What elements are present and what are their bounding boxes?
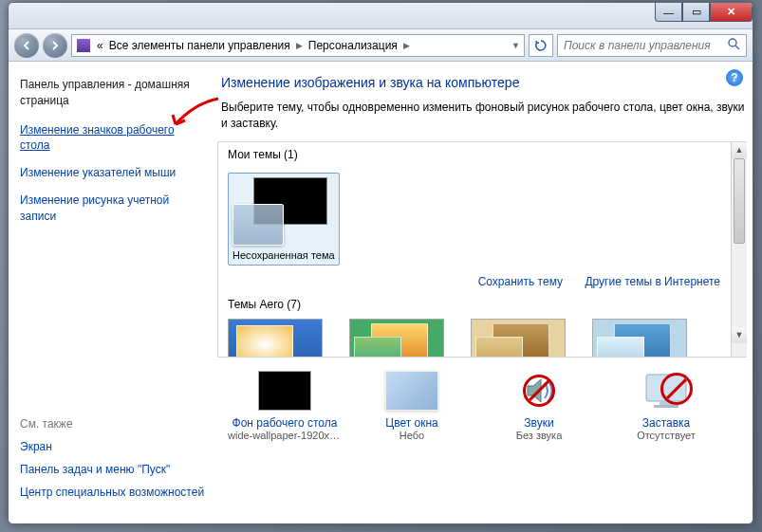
page-title: Изменение изображения и звука на компьют… bbox=[217, 75, 747, 90]
save-theme-link[interactable]: Сохранить тему bbox=[478, 275, 563, 288]
minimize-button[interactable]: — bbox=[655, 3, 682, 22]
window-color-icon bbox=[385, 371, 438, 411]
titlebar: — ▭ ✕ bbox=[9, 3, 753, 29]
help-icon[interactable]: ? bbox=[726, 69, 743, 86]
aero-themes-header: Темы Aero (7) bbox=[218, 292, 747, 317]
personalization-window: — ▭ ✕ « Все элементы панели управления ▶… bbox=[8, 2, 753, 524]
sidebar-link-desktop-icons[interactable]: Изменение значков рабочего стола bbox=[20, 122, 206, 155]
aero-theme-4[interactable] bbox=[592, 319, 687, 358]
search-icon[interactable] bbox=[727, 37, 740, 53]
sidebar-link-ease-of-access[interactable]: Центр специальных возможностей bbox=[20, 486, 206, 499]
navbar: « Все элементы панели управления ▶ Персо… bbox=[9, 29, 753, 62]
svg-rect-4 bbox=[654, 405, 678, 408]
chevron-right-icon: ▶ bbox=[296, 41, 303, 50]
window-color-setting[interactable]: Цвет окна Небо bbox=[355, 371, 469, 441]
forward-button[interactable] bbox=[43, 33, 67, 58]
see-also-label: См. также bbox=[20, 417, 206, 431]
theme-preview bbox=[232, 177, 327, 246]
aero-theme-1[interactable] bbox=[228, 319, 323, 358]
aero-theme-3[interactable] bbox=[471, 319, 566, 358]
refresh-button[interactable] bbox=[529, 34, 553, 57]
sidebar-link-taskbar[interactable]: Панель задач и меню "Пуск" bbox=[20, 463, 206, 476]
aero-theme-2[interactable] bbox=[349, 319, 444, 358]
control-panel-icon bbox=[76, 38, 91, 53]
wallpaper-icon bbox=[258, 371, 311, 411]
svg-point-0 bbox=[729, 39, 736, 46]
svg-line-1 bbox=[735, 46, 739, 49]
breadcrumb-item[interactable]: Персонализация bbox=[308, 39, 398, 52]
control-panel-home-link[interactable]: Панель управления - домашняя страница bbox=[20, 77, 206, 109]
maximize-button[interactable]: ▭ bbox=[682, 3, 710, 22]
main-content: ? Изменение изображения и звука на компь… bbox=[217, 62, 753, 523]
scroll-thumb[interactable] bbox=[734, 158, 745, 244]
scroll-down-button[interactable]: ▼ bbox=[732, 327, 747, 343]
my-themes-header: Мои темы (1) bbox=[218, 142, 747, 167]
sidebar-link-display[interactable]: Экран bbox=[20, 440, 206, 453]
speaker-icon bbox=[512, 371, 566, 411]
search-box[interactable] bbox=[557, 34, 747, 57]
page-description: Выберите тему, чтобы одновременно измени… bbox=[217, 100, 747, 132]
close-button[interactable]: ✕ bbox=[710, 3, 753, 22]
desktop-background-setting[interactable]: Фон рабочего стола wide-wallpaper-1920x1… bbox=[228, 371, 342, 441]
breadcrumb-item[interactable]: Все элементы панели управления bbox=[109, 39, 290, 52]
chevron-right-icon: ▶ bbox=[403, 41, 410, 50]
themes-panel: Мои темы (1) Несохраненная тема Сохранит… bbox=[217, 141, 747, 358]
screensaver-setting[interactable]: Заставка Отсутствует bbox=[609, 371, 723, 441]
back-button[interactable] bbox=[14, 33, 39, 58]
theme-item-unsaved[interactable]: Несохраненная тема bbox=[228, 173, 340, 266]
settings-row: Фон рабочего стола wide-wallpaper-1920x1… bbox=[217, 358, 747, 441]
chevron-down-icon[interactable]: ▼ bbox=[511, 41, 520, 50]
scrollbar[interactable]: ▲ ▼ bbox=[731, 142, 747, 357]
sidebar-link-account-picture[interactable]: Изменение рисунка учетной записи bbox=[20, 193, 206, 225]
sounds-setting[interactable]: Звуки Без звука bbox=[482, 371, 596, 441]
breadcrumb[interactable]: « Все элементы панели управления ▶ Персо… bbox=[71, 34, 525, 57]
theme-label: Несохраненная тема bbox=[232, 249, 335, 261]
scroll-up-button[interactable]: ▲ bbox=[732, 142, 747, 158]
search-input[interactable] bbox=[564, 39, 727, 52]
online-themes-link[interactable]: Другие темы в Интернете bbox=[585, 275, 720, 288]
breadcrumb-prefix: « bbox=[97, 39, 103, 52]
screensaver-icon bbox=[640, 371, 693, 411]
sidebar-link-mouse-pointers[interactable]: Изменение указателей мыши bbox=[20, 165, 206, 181]
sidebar: Панель управления - домашняя страница Из… bbox=[9, 62, 217, 523]
